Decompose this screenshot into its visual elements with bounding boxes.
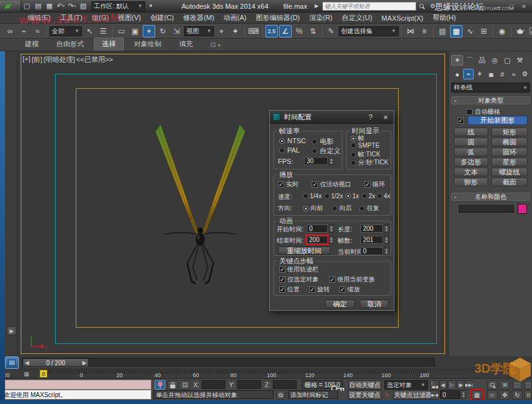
lights-category-icon[interactable]: ☀: [474, 69, 485, 79]
helpers-category-icon[interactable]: #: [497, 69, 508, 79]
cameras-category-icon[interactable]: ◙: [486, 69, 496, 79]
current-frame-field[interactable]: 0: [440, 390, 460, 399]
ribbon-toggle-icon[interactable]: ▦: [450, 25, 463, 38]
radio-ntsc[interactable]: [279, 138, 285, 144]
orbit-icon[interactable]: ↻: [512, 390, 523, 400]
next-frame-arrow-icon[interactable]: ▶: [81, 360, 88, 366]
start-time-field[interactable]: 0: [307, 225, 328, 233]
app-logo-button[interactable]: [0, 1, 21, 12]
snap-toggle-icon[interactable]: 2.5: [265, 25, 278, 38]
dragonfly-model[interactable]: [147, 116, 253, 288]
key-filter-target-dropdown[interactable]: 选定对象▼: [384, 380, 428, 390]
menu-help[interactable]: 帮助(H): [432, 13, 456, 23]
object-type-rollout[interactable]: - 对象类型: [451, 96, 530, 104]
select-object-icon[interactable]: ↖: [83, 25, 96, 38]
object-name-field[interactable]: [458, 204, 515, 214]
time-slider-handle[interactable]: ◀ 0 / 200 ▶: [23, 358, 89, 367]
select-and-manipulate-icon[interactable]: ✦: [229, 25, 242, 38]
menu-views[interactable]: 视图(V): [118, 13, 141, 23]
helix-button[interactable]: 螺旋线: [491, 168, 528, 176]
section-button[interactable]: 截面: [491, 178, 528, 186]
radio-speed-2x[interactable]: [362, 193, 367, 199]
name-color-rollout[interactable]: - 名称和颜色: [451, 193, 530, 201]
arc-button[interactable]: 弧: [454, 148, 488, 156]
radio-frame-tick[interactable]: [350, 152, 356, 158]
check-active-viewport[interactable]: ✓: [312, 181, 318, 188]
radio-frames[interactable]: [350, 136, 356, 141]
autogrid-checkbox[interactable]: [466, 109, 473, 115]
open-file-icon[interactable]: ▤: [33, 1, 44, 11]
hierarchy-tab[interactable]: 品: [476, 55, 488, 66]
time-slider-track[interactable]: ◀ 0 / 200 ▶: [22, 358, 435, 368]
menu-graph-editors[interactable]: 图形编辑器(D): [256, 13, 300, 23]
start-new-shape-button[interactable]: 开始新图形: [468, 116, 528, 125]
zoom-extents-icon[interactable]: ⬚: [512, 380, 523, 390]
auto-key-button[interactable]: 自动关键点: [348, 380, 382, 390]
check-position[interactable]: ✓: [279, 286, 285, 293]
radio-speed-1x[interactable]: [345, 193, 351, 199]
go-to-end-button[interactable]: ▶▶|: [465, 380, 473, 390]
ngon-button[interactable]: 多边形: [454, 158, 488, 166]
end-time-spinner[interactable]: ▲▼: [329, 236, 334, 244]
viewport-menu-view[interactable]: [前]: [32, 55, 43, 64]
angle-snap-icon[interactable]: ∠: [279, 25, 292, 38]
next-frame-button[interactable]: |▶: [457, 380, 464, 390]
pan-hand-icon[interactable]: ✥: [499, 390, 510, 400]
length-spinner[interactable]: ▲▼: [384, 225, 389, 233]
menu-customize[interactable]: 自定义(U): [342, 13, 372, 23]
create-tab[interactable]: ✶: [451, 55, 463, 66]
go-to-start-button[interactable]: |◀◀: [431, 380, 439, 390]
workspace-menu-icon[interactable]: ▼: [145, 1, 156, 11]
track-bar[interactable]: ▦ 0 20 40 60 80 100 120 140 160 180 200 …: [5, 369, 532, 378]
fps-field[interactable]: 30: [304, 157, 328, 165]
undo-icon[interactable]: ↶▾: [55, 1, 66, 11]
length-field[interactable]: 200: [361, 225, 383, 233]
current-frame-spinner[interactable]: ▲▼: [461, 390, 466, 399]
save-file-icon[interactable]: ▦: [44, 1, 55, 11]
set-key-button[interactable]: 设置关键点: [348, 390, 382, 400]
ellipse-button[interactable]: 椭圆: [491, 138, 528, 146]
window-crossing-icon[interactable]: ▣: [129, 25, 141, 38]
ribbon-tab-selection[interactable]: 选择: [94, 38, 124, 51]
current-time-field[interactable]: 0: [361, 247, 383, 255]
zoom-all-icon[interactable]: ⊞: [499, 380, 510, 390]
add-time-tag-field[interactable]: 添加时间标记: [288, 390, 338, 399]
selection-lock-button[interactable]: [167, 380, 178, 390]
check-scale[interactable]: ✓: [339, 286, 345, 293]
text-button[interactable]: 文本: [454, 168, 488, 176]
zoom-region-icon[interactable]: ▭: [487, 390, 498, 400]
fps-spinner[interactable]: ▲▼: [329, 157, 334, 165]
mirror-icon[interactable]: ⋈: [404, 25, 417, 38]
modify-tab[interactable]: ⌒: [464, 55, 476, 66]
spinner-snap-icon[interactable]: ⇅: [307, 25, 319, 38]
current-frame-marker[interactable]: 0: [39, 370, 48, 378]
ribbon-tab-object-paint[interactable]: 对象绘制: [126, 38, 169, 51]
layer-manager-icon[interactable]: ▤: [436, 25, 449, 38]
cancel-button[interactable]: 取消: [360, 300, 389, 308]
select-and-rotate-icon[interactable]: ↻: [156, 25, 169, 38]
menu-create[interactable]: 创建(C): [150, 13, 173, 23]
spacewarps-category-icon[interactable]: ≈: [508, 69, 519, 79]
material-editor-icon[interactable]: ◉: [496, 25, 508, 38]
viewport-menu-plus[interactable]: [+]: [23, 55, 31, 64]
ribbon-options-icon[interactable]: ⊡ ▾: [203, 39, 228, 51]
mini-curve-icon[interactable]: ∿: [384, 391, 389, 398]
rectangle-button[interactable]: 矩形: [491, 128, 528, 136]
close-button[interactable]: ×: [518, 1, 529, 11]
align-icon[interactable]: ≡: [418, 25, 431, 38]
notification-icon[interactable]: ⧉: [276, 390, 285, 400]
viewport-layout-tab-button[interactable]: [5, 356, 19, 369]
reference-coordinate-dropdown[interactable]: 视图▼: [184, 26, 214, 36]
utilities-tab[interactable]: ⚒: [514, 55, 526, 66]
keyboard-override-icon[interactable]: ⌨: [247, 25, 260, 38]
bind-to-spacewarp-icon[interactable]: ≈: [31, 25, 44, 38]
selection-filter-dropdown[interactable]: 全部▼: [49, 26, 82, 36]
percent-snap-icon[interactable]: %: [293, 25, 305, 38]
named-selection-dropdown[interactable]: 创建选择集▼: [339, 26, 399, 36]
radio-speed-half[interactable]: [324, 193, 330, 199]
radio-film[interactable]: [312, 139, 317, 144]
curve-editor-icon[interactable]: ∿: [464, 25, 476, 38]
donut-button[interactable]: 圆环: [491, 148, 528, 156]
radio-direction-reverse[interactable]: [332, 206, 337, 211]
dialog-close-button[interactable]: ×: [377, 113, 394, 122]
